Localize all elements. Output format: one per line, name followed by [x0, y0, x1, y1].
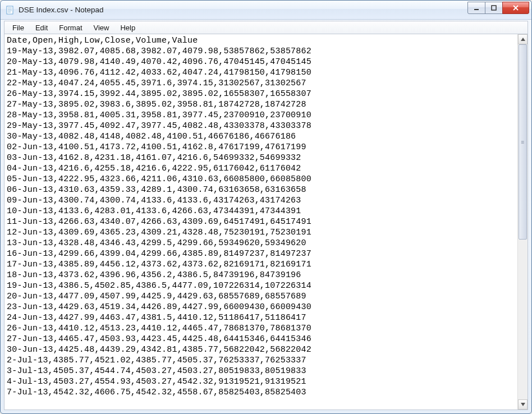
scroll-thumb[interactable] [519, 44, 527, 240]
menubar: File Edit Format View Help [4, 21, 528, 34]
svg-marker-9 [521, 38, 525, 41]
svg-rect-5 [474, 9, 479, 10]
window-title: DSE Index.csv - Notepad [19, 6, 468, 14]
titlebar[interactable]: DSE Index.csv - Notepad [1, 1, 531, 20]
minimize-button[interactable] [467, 2, 485, 14]
client-area: Date,Open,High,Low,Close,Volume,Value 19… [4, 34, 528, 410]
menu-view[interactable]: View [88, 22, 115, 33]
menu-edit[interactable]: Edit [30, 22, 53, 33]
maximize-button[interactable] [485, 2, 503, 14]
chevron-down-icon [521, 403, 525, 406]
text-content[interactable]: Date,Open,High,Low,Close,Volume,Value 19… [4, 34, 517, 410]
svg-rect-6 [492, 6, 496, 10]
window-controls [468, 2, 529, 14]
scroll-track[interactable] [518, 44, 528, 399]
chevron-up-icon [521, 38, 525, 41]
svg-rect-0 [7, 6, 13, 14]
minimize-icon [474, 5, 479, 11]
menu-file[interactable]: File [7, 22, 30, 33]
notepad-app-icon [5, 5, 15, 15]
scroll-up-button[interactable] [518, 34, 528, 44]
scroll-down-button[interactable] [518, 399, 528, 410]
maximize-icon [491, 5, 497, 11]
svg-marker-10 [521, 403, 525, 406]
vertical-scrollbar[interactable] [517, 34, 528, 410]
menu-format[interactable]: Format [53, 22, 88, 33]
close-button[interactable] [502, 2, 529, 14]
close-icon [512, 5, 519, 11]
notepad-window: DSE Index.csv - Notepad File Edit Format… [0, 0, 532, 414]
menu-help[interactable]: Help [114, 22, 141, 33]
